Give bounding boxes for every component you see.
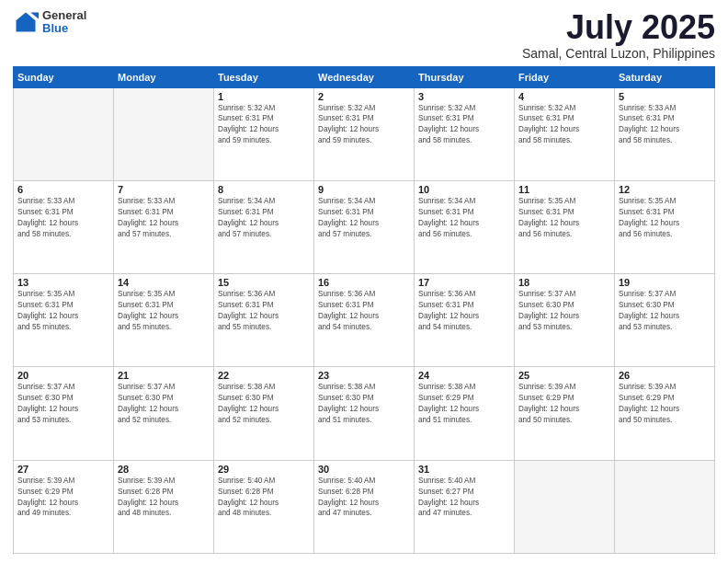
- title-month: July 2025: [522, 9, 715, 46]
- col-tuesday: Tuesday: [214, 66, 314, 87]
- day-info: Sunrise: 5:39 AM Sunset: 6:29 PM Dayligh…: [17, 476, 109, 520]
- day-info: Sunrise: 5:38 AM Sunset: 6:30 PM Dayligh…: [218, 382, 310, 426]
- day-number: 4: [518, 91, 610, 102]
- day-number: 18: [518, 277, 610, 288]
- calendar-cell: 19Sunrise: 5:37 AM Sunset: 6:30 PM Dayli…: [615, 274, 715, 367]
- day-info: Sunrise: 5:32 AM Sunset: 6:31 PM Dayligh…: [218, 103, 310, 147]
- day-info: Sunrise: 5:36 AM Sunset: 6:31 PM Dayligh…: [318, 289, 410, 333]
- day-number: 8: [218, 184, 310, 195]
- day-number: 7: [118, 184, 210, 195]
- day-number: 12: [619, 184, 711, 195]
- calendar-week-5: 27Sunrise: 5:39 AM Sunset: 6:29 PM Dayli…: [14, 460, 715, 553]
- day-number: 17: [418, 277, 510, 288]
- day-info: Sunrise: 5:35 AM Sunset: 6:31 PM Dayligh…: [118, 289, 210, 333]
- day-number: 15: [218, 277, 310, 288]
- day-info: Sunrise: 5:38 AM Sunset: 6:29 PM Dayligh…: [418, 382, 510, 426]
- calendar-cell: 22Sunrise: 5:38 AM Sunset: 6:30 PM Dayli…: [214, 367, 314, 460]
- day-number: 30: [318, 464, 410, 475]
- calendar-week-3: 13Sunrise: 5:35 AM Sunset: 6:31 PM Dayli…: [14, 274, 715, 367]
- col-wednesday: Wednesday: [314, 66, 415, 87]
- day-info: Sunrise: 5:38 AM Sunset: 6:30 PM Dayligh…: [318, 382, 410, 426]
- logo: General Blue: [13, 9, 86, 36]
- title-location: Samal, Central Luzon, Philippines: [522, 46, 715, 61]
- day-info: Sunrise: 5:36 AM Sunset: 6:31 PM Dayligh…: [418, 289, 510, 333]
- day-info: Sunrise: 5:36 AM Sunset: 6:31 PM Dayligh…: [218, 289, 310, 333]
- day-number: 1: [218, 91, 310, 102]
- day-info: Sunrise: 5:35 AM Sunset: 6:31 PM Dayligh…: [17, 289, 109, 333]
- day-info: Sunrise: 5:32 AM Sunset: 6:31 PM Dayligh…: [318, 103, 410, 147]
- calendar-cell: 25Sunrise: 5:39 AM Sunset: 6:29 PM Dayli…: [515, 367, 615, 460]
- calendar-cell: 23Sunrise: 5:38 AM Sunset: 6:30 PM Dayli…: [314, 367, 415, 460]
- calendar-cell: 20Sunrise: 5:37 AM Sunset: 6:30 PM Dayli…: [14, 367, 114, 460]
- day-number: 22: [218, 370, 310, 381]
- day-info: Sunrise: 5:37 AM Sunset: 6:30 PM Dayligh…: [118, 382, 210, 426]
- calendar-cell: 2Sunrise: 5:32 AM Sunset: 6:31 PM Daylig…: [314, 87, 415, 180]
- day-number: 5: [619, 91, 711, 102]
- svg-marker-0: [17, 13, 36, 32]
- page: General Blue July 2025 Samal, Central Lu…: [0, 0, 728, 563]
- calendar-cell: 4Sunrise: 5:32 AM Sunset: 6:31 PM Daylig…: [515, 87, 615, 180]
- col-thursday: Thursday: [415, 66, 515, 87]
- day-info: Sunrise: 5:39 AM Sunset: 6:29 PM Dayligh…: [619, 382, 711, 426]
- day-info: Sunrise: 5:40 AM Sunset: 6:28 PM Dayligh…: [218, 476, 310, 520]
- calendar-cell: 12Sunrise: 5:35 AM Sunset: 6:31 PM Dayli…: [615, 180, 715, 273]
- day-number: 26: [619, 370, 711, 381]
- calendar-cell: 3Sunrise: 5:32 AM Sunset: 6:31 PM Daylig…: [415, 87, 515, 180]
- calendar-week-1: 1Sunrise: 5:32 AM Sunset: 6:31 PM Daylig…: [14, 87, 715, 180]
- col-friday: Friday: [515, 66, 615, 87]
- day-number: 27: [17, 464, 109, 475]
- day-number: 19: [619, 277, 711, 288]
- calendar-cell: [14, 87, 114, 180]
- calendar-cell: 28Sunrise: 5:39 AM Sunset: 6:28 PM Dayli…: [114, 460, 214, 553]
- day-info: Sunrise: 5:37 AM Sunset: 6:30 PM Dayligh…: [17, 382, 109, 426]
- day-info: Sunrise: 5:33 AM Sunset: 6:31 PM Dayligh…: [118, 196, 210, 240]
- calendar-cell: 29Sunrise: 5:40 AM Sunset: 6:28 PM Dayli…: [214, 460, 314, 553]
- logo-text: General Blue: [42, 9, 86, 36]
- day-info: Sunrise: 5:37 AM Sunset: 6:30 PM Dayligh…: [619, 289, 711, 333]
- day-info: Sunrise: 5:40 AM Sunset: 6:28 PM Dayligh…: [318, 476, 410, 520]
- day-info: Sunrise: 5:37 AM Sunset: 6:30 PM Dayligh…: [518, 289, 610, 333]
- calendar-cell: [114, 87, 214, 180]
- calendar-cell: 16Sunrise: 5:36 AM Sunset: 6:31 PM Dayli…: [314, 274, 415, 367]
- day-info: Sunrise: 5:32 AM Sunset: 6:31 PM Dayligh…: [518, 103, 610, 147]
- calendar-cell: 10Sunrise: 5:34 AM Sunset: 6:31 PM Dayli…: [415, 180, 515, 273]
- calendar-cell: 26Sunrise: 5:39 AM Sunset: 6:29 PM Dayli…: [615, 367, 715, 460]
- day-number: 29: [218, 464, 310, 475]
- day-number: 6: [17, 184, 109, 195]
- calendar-cell: 5Sunrise: 5:33 AM Sunset: 6:31 PM Daylig…: [615, 87, 715, 180]
- calendar-cell: [615, 460, 715, 553]
- calendar-cell: 30Sunrise: 5:40 AM Sunset: 6:28 PM Dayli…: [314, 460, 415, 553]
- day-number: 14: [118, 277, 210, 288]
- logo-blue-text: Blue: [42, 22, 86, 35]
- day-info: Sunrise: 5:34 AM Sunset: 6:31 PM Dayligh…: [418, 196, 510, 240]
- calendar-week-2: 6Sunrise: 5:33 AM Sunset: 6:31 PM Daylig…: [14, 180, 715, 273]
- calendar-cell: [515, 460, 615, 553]
- col-sunday: Sunday: [14, 66, 114, 87]
- logo-icon: [13, 9, 39, 35]
- day-number: 24: [418, 370, 510, 381]
- calendar-cell: 9Sunrise: 5:34 AM Sunset: 6:31 PM Daylig…: [314, 180, 415, 273]
- calendar-cell: 21Sunrise: 5:37 AM Sunset: 6:30 PM Dayli…: [114, 367, 214, 460]
- calendar-cell: 18Sunrise: 5:37 AM Sunset: 6:30 PM Dayli…: [515, 274, 615, 367]
- calendar-cell: 11Sunrise: 5:35 AM Sunset: 6:31 PM Dayli…: [515, 180, 615, 273]
- day-info: Sunrise: 5:34 AM Sunset: 6:31 PM Dayligh…: [318, 196, 410, 240]
- day-info: Sunrise: 5:32 AM Sunset: 6:31 PM Dayligh…: [418, 103, 510, 147]
- day-number: 9: [318, 184, 410, 195]
- calendar-table: Sunday Monday Tuesday Wednesday Thursday…: [13, 66, 715, 554]
- calendar-cell: 8Sunrise: 5:34 AM Sunset: 6:31 PM Daylig…: [214, 180, 314, 273]
- day-number: 2: [318, 91, 410, 102]
- day-number: 11: [518, 184, 610, 195]
- day-info: Sunrise: 5:33 AM Sunset: 6:31 PM Dayligh…: [619, 103, 711, 147]
- day-info: Sunrise: 5:39 AM Sunset: 6:29 PM Dayligh…: [518, 382, 610, 426]
- day-number: 13: [17, 277, 109, 288]
- calendar-cell: 17Sunrise: 5:36 AM Sunset: 6:31 PM Dayli…: [415, 274, 515, 367]
- calendar-cell: 31Sunrise: 5:40 AM Sunset: 6:27 PM Dayli…: [415, 460, 515, 553]
- day-info: Sunrise: 5:35 AM Sunset: 6:31 PM Dayligh…: [619, 196, 711, 240]
- day-number: 25: [518, 370, 610, 381]
- day-number: 23: [318, 370, 410, 381]
- day-number: 3: [418, 91, 510, 102]
- day-info: Sunrise: 5:35 AM Sunset: 6:31 PM Dayligh…: [518, 196, 610, 240]
- day-number: 31: [418, 464, 510, 475]
- day-number: 28: [118, 464, 210, 475]
- day-info: Sunrise: 5:33 AM Sunset: 6:31 PM Dayligh…: [17, 196, 109, 240]
